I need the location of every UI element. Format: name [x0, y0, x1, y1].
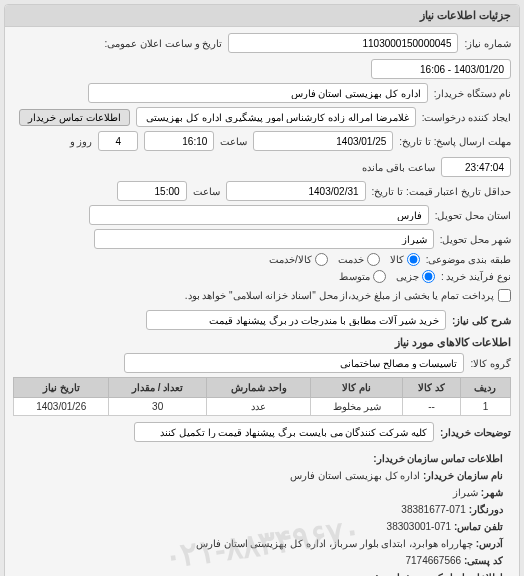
- th-idx: ردیف: [460, 378, 510, 398]
- buy-radio-group: جزیی متوسط: [339, 270, 435, 283]
- radio-jozi-input[interactable]: [422, 270, 435, 283]
- radio-motavaset[interactable]: متوسط: [339, 270, 386, 283]
- goods-group-input[interactable]: [124, 353, 464, 373]
- radio-kala-input[interactable]: [407, 253, 420, 266]
- contact-tel: 071-38303001: [387, 521, 452, 532]
- th-qty: تعداد / مقدار: [109, 378, 206, 398]
- payment-checkbox-row[interactable]: پرداخت تمام یا بخشی از مبلغ خرید،از محل …: [185, 289, 511, 302]
- creator-label: ایجاد کننده درخواست:: [422, 112, 511, 123]
- contact-tel-label: تلفن تماس:: [454, 521, 503, 532]
- details-panel: جزئیات اطلاعات نیاز شماره نیاز: تاریخ و …: [4, 4, 520, 576]
- deadline-time-input[interactable]: [144, 131, 214, 151]
- deadline-date-input[interactable]: [253, 131, 393, 151]
- need-number-input[interactable]: [228, 33, 458, 53]
- radio-khadamat-input[interactable]: [367, 253, 380, 266]
- radio-kala-khadamat[interactable]: کالا/خدمت: [269, 253, 328, 266]
- radio-kala[interactable]: کالا: [390, 253, 420, 266]
- validity-date-input[interactable]: [226, 181, 366, 201]
- city-label: شهر محل تحویل:: [440, 234, 511, 245]
- table-row: 1 -- شیر مخلوط عدد 30 1403/01/26: [14, 398, 511, 416]
- buy-type-label: نوع فرآیند خرید :: [441, 271, 511, 282]
- deadline-label: مهلت ارسال پاسخ: تا تاریخ:: [399, 136, 511, 147]
- creator-input[interactable]: [136, 107, 416, 127]
- td-name: شیر مخلوط: [311, 398, 403, 416]
- panel-title: جزئیات اطلاعات نیاز: [5, 5, 519, 27]
- row-creator: ایجاد کننده درخواست: اطلاعات تماس خریدار: [13, 107, 511, 127]
- req-title: اطلاعات ایجاد کننده درخواست:: [375, 572, 503, 576]
- td-qty: 30: [109, 398, 206, 416]
- org-input[interactable]: [88, 83, 428, 103]
- radio-khadamat[interactable]: خدمت: [338, 253, 380, 266]
- province-label: استان محل تحویل:: [435, 210, 511, 221]
- row-org: نام دستگاه خریدار:: [13, 83, 511, 103]
- row-subject-type: طبقه بندی موضوعی: کالا خدمت کالا/خدمت: [13, 253, 511, 266]
- contact-addr: چهارراه هوابرد، ابتدای بلوار سرباز، ادار…: [196, 538, 473, 549]
- contact-block: ۰۲۱-۸۸۳۴۹۶۷۰ اطلاعات تماس سازمان خریدار:…: [13, 446, 511, 576]
- payment-checkbox[interactable]: [498, 289, 511, 302]
- contact-info-button[interactable]: اطلاعات تماس خریدار: [19, 109, 130, 126]
- contact-city-label: شهر:: [481, 487, 503, 498]
- row-note: توضیحات خریدار:: [13, 422, 511, 442]
- subject-type-label: طبقه بندی موضوعی:: [426, 254, 511, 265]
- remain-day-input[interactable]: [98, 131, 138, 151]
- radio-motavaset-input[interactable]: [373, 270, 386, 283]
- goods-group-label: گروه کالا:: [470, 358, 511, 369]
- desc-input[interactable]: [146, 310, 446, 330]
- validity-time-input[interactable]: [117, 181, 187, 201]
- th-code: کد کالا: [403, 378, 461, 398]
- note-input[interactable]: [134, 422, 434, 442]
- contact-addr-label: آدرس:: [476, 538, 503, 549]
- row-buy-type: نوع فرآیند خرید : جزیی متوسط پرداخت تمام…: [13, 270, 511, 302]
- city-input[interactable]: [94, 229, 434, 249]
- remain-suffix: ساعت باقی مانده: [362, 162, 435, 173]
- note-label: توضیحات خریدار:: [440, 427, 511, 438]
- contact-postal-label: کد پستی:: [464, 555, 503, 566]
- contact-postal: 7174667566: [405, 555, 461, 566]
- org-label: نام دستگاه خریدار:: [434, 88, 511, 99]
- radio-kala-khadamat-input[interactable]: [315, 253, 328, 266]
- contact-org-label: نام سازمان خریدار:: [423, 470, 503, 481]
- td-unit: عدد: [206, 398, 311, 416]
- validity-label: حداقل تاریخ اعتبار قیمت: تا تاریخ:: [372, 186, 511, 197]
- th-date: تاریخ نیاز: [14, 378, 109, 398]
- desc-label: شرح کلی نیاز:: [452, 315, 511, 326]
- radio-jozi[interactable]: جزیی: [396, 270, 435, 283]
- announce-input[interactable]: [371, 59, 511, 79]
- row-validity: حداقل تاریخ اعتبار قیمت: تا تاریخ: ساعت: [13, 181, 511, 201]
- deadline-time-label: ساعت: [220, 136, 247, 147]
- validity-time-label: ساعت: [193, 186, 220, 197]
- remain-day-label: روز و: [70, 136, 93, 147]
- row-need-number: شماره نیاز: تاریخ و ساعت اعلان عمومی:: [13, 33, 511, 79]
- contact-city: شیراز: [453, 487, 478, 498]
- need-number-label: شماره نیاز:: [464, 38, 511, 49]
- contact-fax-label: دورنگار:: [469, 504, 503, 515]
- goods-table: ردیف کد کالا نام کالا واحد شمارش تعداد /…: [13, 377, 511, 416]
- row-desc: شرح کلی نیاز:: [13, 310, 511, 330]
- remain-time-input[interactable]: [441, 157, 511, 177]
- row-goods-group: گروه کالا:: [13, 353, 511, 373]
- panel-body: شماره نیاز: تاریخ و ساعت اعلان عمومی: نا…: [5, 27, 519, 576]
- contact-org: اداره کل بهزیستی استان فارس: [290, 470, 420, 481]
- contact-fax: 071-38381677: [401, 504, 466, 515]
- td-idx: 1: [460, 398, 510, 416]
- payment-checkbox-label: پرداخت تمام یا بخشی از مبلغ خرید،از محل …: [185, 290, 494, 301]
- row-city: شهر محل تحویل:: [13, 229, 511, 249]
- th-unit: واحد شمارش: [206, 378, 311, 398]
- td-date: 1403/01/26: [14, 398, 109, 416]
- contact-title: اطلاعات تماس سازمان خریدار:: [373, 453, 503, 464]
- goods-title: اطلاعات کالاهای مورد نیاز: [13, 336, 511, 349]
- announce-label: تاریخ و ساعت اعلان عمومی:: [105, 38, 223, 49]
- province-input[interactable]: [89, 205, 429, 225]
- td-code: --: [403, 398, 461, 416]
- row-deadline: مهلت ارسال پاسخ: تا تاریخ: ساعت روز و سا…: [13, 131, 511, 177]
- th-name: نام کالا: [311, 378, 403, 398]
- row-province: استان محل تحویل:: [13, 205, 511, 225]
- subject-radio-group: کالا خدمت کالا/خدمت: [269, 253, 420, 266]
- table-header-row: ردیف کد کالا نام کالا واحد شمارش تعداد /…: [14, 378, 511, 398]
